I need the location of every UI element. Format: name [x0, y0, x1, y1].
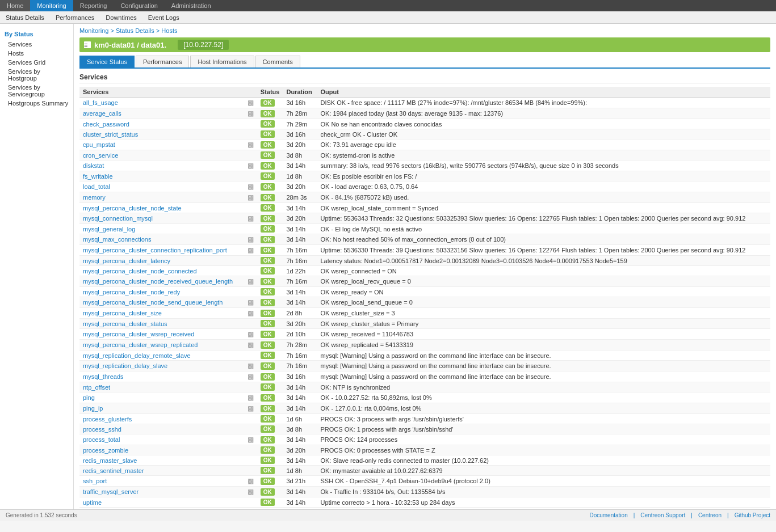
service-name[interactable]: cpu_mpstat [79, 140, 244, 150]
service-name[interactable]: mysql_percona_cluster_latency [79, 256, 244, 266]
service-name[interactable]: process_zombie [79, 445, 244, 455]
service-name[interactable]: redis_sentinel_master [79, 466, 244, 476]
top-nav-item-reporting[interactable]: Reporting [73, 0, 114, 11]
service-name[interactable]: mysql_percona_cluster_node_state [79, 203, 244, 213]
service-name[interactable]: diskstat [79, 161, 244, 171]
service-name[interactable]: cron_service [79, 150, 244, 161]
sidebar-link-services-grid[interactable]: Services Grid [0, 58, 73, 67]
service-name[interactable]: ssh_port [79, 476, 244, 487]
service-name[interactable]: mysql_connection_mysql [79, 213, 244, 224]
footer-link-documentation[interactable]: Documentation [589, 512, 627, 518]
service-output: OK wsrep_cluster_status = Primary [317, 319, 770, 329]
breadcrumb-item-hosts[interactable]: Hosts [161, 27, 177, 34]
table-row: mysql_replication_delay_slave▩OK7h 16mmy… [79, 361, 770, 371]
service-name[interactable]: mysql_percona_cluster_status [79, 319, 244, 329]
service-name[interactable]: fs_writable [79, 171, 244, 181]
service-name[interactable]: ping_ip [79, 403, 244, 414]
service-chart-icon[interactable]: ▩ [244, 476, 257, 487]
service-chart-icon[interactable]: ▩ [244, 487, 257, 497]
sidebar-link-services-by-servicegroup[interactable]: Services by Servicegroup [0, 83, 73, 99]
service-name[interactable]: process_total [79, 434, 244, 445]
service-name[interactable]: memory [79, 192, 244, 203]
service-status: OK [257, 308, 283, 319]
footer-link-github-project[interactable]: Github Project [735, 512, 770, 518]
service-name[interactable]: mysql_percona_cluster_wsrep_received [79, 329, 244, 340]
service-name[interactable]: mysql_percona_cluster_size [79, 308, 244, 319]
service-name[interactable]: mysql_percona_cluster_node_connected [79, 266, 244, 276]
service-chart-icon[interactable]: ▩ [244, 245, 257, 256]
service-chart-icon[interactable]: ▩ [244, 403, 257, 414]
service-chart-icon[interactable]: ▩ [244, 297, 257, 308]
top-nav-item-home[interactable]: Home [0, 0, 30, 11]
service-chart-icon[interactable]: ▩ [244, 392, 257, 403]
sub-nav-item-performances[interactable]: Performances [50, 11, 100, 23]
service-name[interactable]: mysql_general_log [79, 224, 244, 234]
service-name[interactable]: process_glusterfs [79, 414, 244, 424]
service-name[interactable]: redis_master_slave [79, 455, 244, 466]
service-status: OK [257, 98, 283, 108]
sub-nav-item-downtimes[interactable]: Downtimes [100, 11, 142, 23]
service-chart-icon[interactable]: ▩ [244, 276, 257, 287]
top-nav-item-administration[interactable]: Administration [165, 0, 218, 11]
service-name[interactable]: mysql_threads [79, 371, 244, 382]
breadcrumb-item-status details[interactable]: Status Details [116, 27, 154, 34]
service-chart-icon[interactable]: ▩ [244, 234, 257, 245]
service-chart-icon[interactable]: ▩ [244, 361, 257, 371]
table-row: mysql_percona_cluster_size▩OK2d 8hOK wsr… [79, 308, 770, 319]
service-chart-icon[interactable]: ▩ [244, 308, 257, 319]
service-name[interactable]: process_sshd [79, 424, 244, 434]
service-name[interactable]: mysql_percona_cluster_wsrep_replicated [79, 340, 244, 351]
service-name[interactable]: mysql_replication_delay_remote_slave [79, 351, 244, 361]
service-chart-icon[interactable]: ▩ [244, 329, 257, 340]
service-name[interactable]: ntp_offset [79, 382, 244, 392]
top-nav-item-configuration[interactable]: Configuration [114, 0, 164, 11]
service-name[interactable]: cluster_strict_status [79, 129, 244, 140]
service-name[interactable]: all_fs_usage [79, 98, 244, 108]
tab-performances[interactable]: Performances [136, 56, 189, 67]
service-name[interactable]: mysql_percona_cluster_node_redy [79, 287, 244, 297]
status-badge: OK [261, 162, 275, 170]
sub-nav-item-event-logs[interactable]: Event Logs [142, 11, 185, 23]
service-name[interactable]: mysql_max_connections [79, 234, 244, 245]
service-output: mysql: [Warning] Using a password on the… [317, 351, 770, 361]
service-name[interactable]: check_password [79, 119, 244, 129]
service-duration: 3d 16h [283, 98, 317, 108]
sub-navigation: Status DetailsPerformancesDowntimesEvent… [0, 11, 776, 24]
tab-host-informations[interactable]: Host Informations [190, 56, 254, 67]
sidebar-link-hostgroups-summary[interactable]: Hostgroups Summary [0, 99, 73, 108]
service-name[interactable]: uptime [79, 497, 244, 508]
service-chart-icon[interactable]: ▩ [244, 181, 257, 192]
sidebar-link-services[interactable]: Services [0, 40, 73, 49]
service-chart-icon[interactable]: ▩ [244, 108, 257, 119]
service-name[interactable]: ping [79, 392, 244, 403]
breadcrumb-item-monitoring[interactable]: Monitoring [79, 27, 108, 34]
service-chart-icon[interactable]: ▩ [244, 434, 257, 445]
service-name[interactable]: average_calls [79, 108, 244, 119]
sidebar-link-services-by-hostgroup[interactable]: Services by Hostgroup [0, 67, 73, 83]
service-chart-icon[interactable]: ▩ [244, 98, 257, 108]
service-name[interactable]: mysql_percona_cluster_connection_replica… [79, 245, 244, 256]
service-duration: 3d 14h [283, 434, 317, 445]
service-name[interactable]: mysql_replication_delay_slave [79, 361, 244, 371]
table-row: ping▩OK3d 14hOK - 10.0.227.52: rta 50,89… [79, 392, 770, 403]
host-name: km0-data01 / data01. [94, 41, 166, 49]
service-chart-icon[interactable]: ▩ [244, 161, 257, 171]
service-chart-icon[interactable]: ▩ [244, 340, 257, 351]
service-output: OK: Slave read-only redis connected to m… [317, 455, 770, 466]
service-chart-icon[interactable]: ▩ [244, 213, 257, 224]
service-name[interactable]: traffic_mysql_server [79, 487, 244, 497]
service-name[interactable]: mysql_percona_cluster_node_received_queu… [79, 276, 244, 287]
tab-comments[interactable]: Comments [255, 56, 300, 67]
footer-link-centreon[interactable]: Centreon [698, 512, 722, 518]
sub-nav-item-status-details[interactable]: Status Details [0, 11, 50, 23]
top-nav-item-monitoring[interactable]: Monitoring [30, 0, 73, 11]
service-name[interactable]: load_total [79, 181, 244, 192]
service-name[interactable]: mysql_percona_cluster_node_send_queue_le… [79, 297, 244, 308]
service-chart-icon[interactable]: ▩ [244, 371, 257, 382]
service-chart-icon[interactable]: ▩ [244, 192, 257, 203]
service-chart-icon[interactable]: ▩ [244, 140, 257, 150]
service-status: OK [257, 181, 283, 192]
footer-link-centreon-support[interactable]: Centreon Support [640, 512, 685, 518]
sidebar-link-hosts[interactable]: Hosts [0, 49, 73, 58]
tab-service-status[interactable]: Service Status [79, 56, 135, 67]
